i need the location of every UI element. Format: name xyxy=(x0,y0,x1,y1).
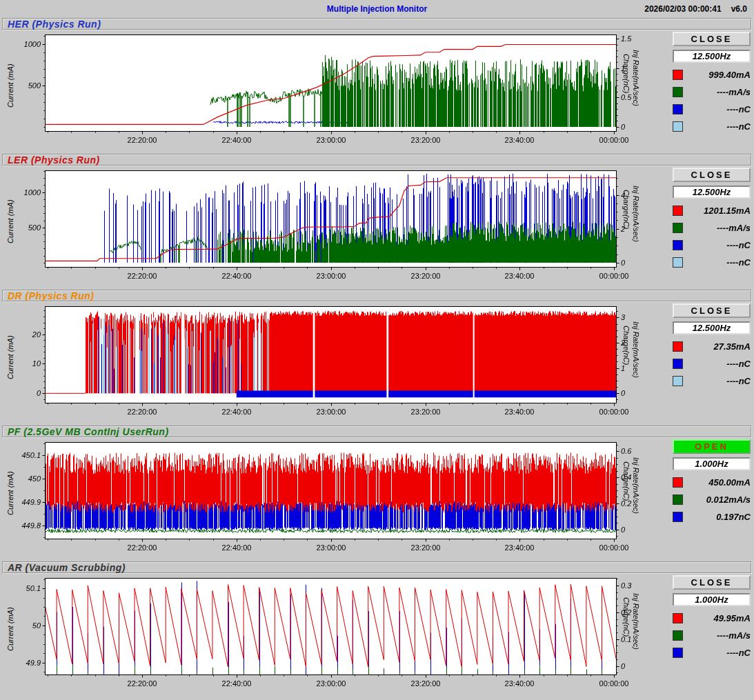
panel-dr: DR (Physics Run) Current (mA) Charge(nC)… xyxy=(2,290,752,425)
frequency-display: 12.500Hz xyxy=(673,50,751,63)
legend: 27.35mA ----nC ----nC xyxy=(673,341,751,386)
frequency-display: 12.500Hz xyxy=(673,321,751,334)
panel-title: PF (2.5GeV MB ContInj UserRun) xyxy=(8,426,169,437)
multiple-injection-monitor: { "header": { "title": "Multiple Injecti… xyxy=(0,0,754,700)
legend-color-swatch xyxy=(673,648,683,658)
legend-row: ----nC xyxy=(673,240,751,250)
legend: 999.40mA ----mA/s ----nC ----nC xyxy=(673,70,751,132)
legend: 1201.15mA ----mA/s ----nC ----nC xyxy=(673,206,751,268)
panel-her: HER (Physics Run) Current (mA) Charge(nC… xyxy=(2,18,752,153)
y-axis-label: Current (mA) xyxy=(6,607,14,651)
legend-color-swatch xyxy=(673,376,683,386)
side-panel: CLOSE 12.500Hz 27.35mA ----nC ----nC xyxy=(673,303,751,386)
y-axis-label: Current (mA) xyxy=(6,199,14,243)
app-title: Multiple Injection Monitor xyxy=(0,4,754,14)
side-panel: CLOSE 1.000Hz 49.95mA ----mA/s ----nC xyxy=(673,575,751,658)
legend-row: ----mA/s xyxy=(673,87,751,97)
frequency-display: 1.000Hz xyxy=(673,457,751,470)
legend-value: ----nC xyxy=(726,257,751,268)
legend-value: 999.40mA xyxy=(708,70,751,80)
legend-row: 1201.15mA xyxy=(673,206,751,216)
legend-row: 0.012mA/s xyxy=(673,494,751,505)
panel-body: Current (mA) Charge(nC) Inj Rate(mA/sec)… xyxy=(2,302,752,425)
shutter-status-button[interactable]: OPEN xyxy=(673,439,751,454)
legend-value: 27.35mA xyxy=(714,341,751,352)
legend-value: 450.00mA xyxy=(708,477,751,488)
panel-title-bar: HER (Physics Run) xyxy=(2,18,752,30)
right-axis-label-rate: Inj Rate(mA/sec) xyxy=(632,593,640,650)
legend-row: 49.95mA xyxy=(673,613,751,623)
panel-title-bar: DR (Physics Run) xyxy=(2,290,752,302)
legend-row: ----nC xyxy=(673,648,751,658)
legend-value: ----mA/s xyxy=(717,630,751,641)
shutter-status-button[interactable]: CLOSE xyxy=(673,303,751,318)
panel-title-bar: AR (Vacuum Scrubbing) xyxy=(2,561,752,574)
strip-chart-pf xyxy=(14,438,639,557)
legend: 49.95mA ----mA/s ----nC xyxy=(673,613,751,658)
side-panel: CLOSE 12.500Hz 999.40mA ----mA/s ----nC xyxy=(673,32,751,132)
legend-color-swatch xyxy=(673,630,683,641)
strip-chart-dr xyxy=(14,302,639,421)
frequency-display: 12.500Hz xyxy=(673,186,751,199)
right-axis-label-charge: Charge(nC) xyxy=(622,326,631,365)
strip-chart-her xyxy=(14,30,639,149)
panel-body: Current (mA) Charge(nC) Inj Rate(mA/sec)… xyxy=(2,166,752,289)
right-axis-label-charge: Charge(nC) xyxy=(622,190,631,229)
panel-title-bar: LER (Physics Run) xyxy=(2,154,752,166)
right-axis-label-charge: Charge(nC) xyxy=(622,54,631,93)
legend-row: 999.40mA xyxy=(673,70,751,80)
right-axis-label-charge: Charge(nC) xyxy=(622,461,631,501)
legend-color-swatch xyxy=(673,223,683,233)
legend-row: ----nC xyxy=(673,359,751,369)
legend-row: ----mA/s xyxy=(673,223,751,233)
legend-color-swatch xyxy=(673,121,683,132)
legend-row: ----mA/s xyxy=(673,630,751,641)
legend-color-swatch xyxy=(673,240,683,250)
panel-body: Current (mA) Charge(nC) Inj Rate(mA/sec)… xyxy=(2,438,752,561)
legend-row: 450.00mA xyxy=(673,477,751,488)
panel-title: DR (Physics Run) xyxy=(8,290,94,301)
legend-value: 0.012mA/s xyxy=(706,494,751,505)
panel-body: Current (mA) Charge(nC) Inj Rate(mA/sec)… xyxy=(2,30,752,153)
legend-value: ----nC xyxy=(726,104,751,114)
right-axis-label-rate: Inj Rate(mA/sec) xyxy=(632,457,640,514)
legend-color-swatch xyxy=(673,341,683,352)
side-panel: OPEN 1.000Hz 450.00mA 0.012mA/s 0.197nC xyxy=(673,439,751,522)
panel-title: AR (Vacuum Scrubbing) xyxy=(8,562,126,573)
legend-color-swatch xyxy=(673,87,683,97)
y-axis-label: Current (mA) xyxy=(6,63,14,108)
legend-color-swatch xyxy=(673,104,683,114)
panel-title: HER (Physics Run) xyxy=(8,19,101,30)
shutter-status-button[interactable]: CLOSE xyxy=(673,575,751,590)
legend-color-swatch xyxy=(673,257,683,268)
legend-value: ----mA/s xyxy=(717,223,751,233)
y-axis-label: Current (mA) xyxy=(6,335,14,379)
right-axis-label-rate: Inj Rate(mA/sec) xyxy=(632,50,640,106)
panel-body: Current (mA) Charge(nC) Inj Rate(mA/sec)… xyxy=(2,574,752,697)
frequency-display: 1.000Hz xyxy=(673,593,751,606)
header-info: 2026/02/03 00:00:41 v6.0 xyxy=(644,4,747,14)
right-axis-label-rate: Inj Rate(mA/sec) xyxy=(632,321,640,378)
legend-color-swatch xyxy=(673,70,683,80)
panel-title-bar: PF (2.5GeV MB ContInj UserRun) xyxy=(2,426,752,438)
shutter-status-button[interactable]: CLOSE xyxy=(673,168,751,182)
legend-value: ----nC xyxy=(726,240,751,250)
legend-row: ----nC xyxy=(673,257,751,268)
shutter-status-button[interactable]: CLOSE xyxy=(673,32,751,46)
panel-pf: PF (2.5GeV MB ContInj UserRun) Current (… xyxy=(2,426,752,561)
legend-value: 0.197nC xyxy=(716,512,751,522)
side-panel: CLOSE 12.500Hz 1201.15mA ----mA/s ----nC xyxy=(673,168,751,268)
legend-row: ----nC xyxy=(673,104,751,114)
panel-ler: LER (Physics Run) Current (mA) Charge(nC… xyxy=(2,154,752,289)
right-axis-label-charge: Charge(nC) xyxy=(622,597,631,637)
panel-ar: AR (Vacuum Scrubbing) Current (mA) Charg… xyxy=(2,561,752,697)
legend-color-swatch xyxy=(673,512,683,522)
legend: 450.00mA 0.012mA/s 0.197nC xyxy=(673,477,751,522)
legend-value: ----nC xyxy=(726,359,751,369)
legend-value: 49.95mA xyxy=(714,613,751,623)
legend-color-swatch xyxy=(673,359,683,369)
datetime: 2026/02/03 00:00:41 xyxy=(644,4,721,14)
legend-color-swatch xyxy=(673,613,683,623)
legend-row: ----nC xyxy=(673,121,751,132)
legend-row: ----nC xyxy=(673,376,751,386)
